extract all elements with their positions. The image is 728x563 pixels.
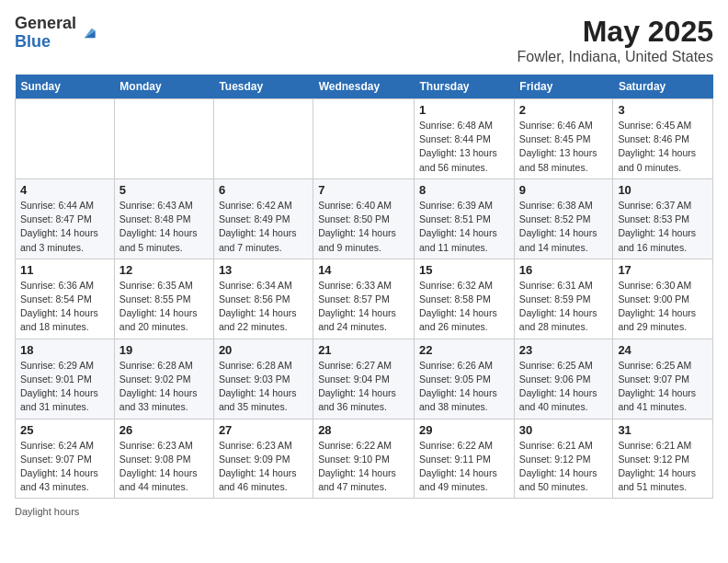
calendar-cell: 15Sunrise: 6:32 AMSunset: 8:58 PMDayligh… bbox=[415, 259, 515, 339]
day-number: 13 bbox=[219, 263, 308, 277]
calendar-cell: 24Sunrise: 6:25 AMSunset: 9:07 PMDayligh… bbox=[613, 339, 713, 419]
day-info: Sunrise: 6:22 AMSunset: 9:10 PMDaylight:… bbox=[318, 439, 409, 495]
day-info: Sunrise: 6:22 AMSunset: 9:11 PMDaylight:… bbox=[419, 439, 509, 495]
day-info: Sunrise: 6:31 AMSunset: 8:59 PMDaylight:… bbox=[519, 279, 609, 335]
day-number: 8 bbox=[419, 183, 509, 197]
calendar-cell: 11Sunrise: 6:36 AMSunset: 8:54 PMDayligh… bbox=[16, 259, 115, 339]
day-info: Sunrise: 6:48 AMSunset: 8:44 PMDaylight:… bbox=[419, 119, 509, 175]
day-info: Sunrise: 6:39 AMSunset: 8:51 PMDaylight:… bbox=[419, 199, 509, 255]
day-info: Sunrise: 6:46 AMSunset: 8:45 PMDaylight:… bbox=[519, 119, 609, 175]
calendar-cell: 21Sunrise: 6:27 AMSunset: 9:04 PMDayligh… bbox=[313, 339, 415, 419]
day-info: Sunrise: 6:27 AMSunset: 9:04 PMDaylight:… bbox=[318, 359, 409, 415]
calendar-cell: 4Sunrise: 6:44 AMSunset: 8:47 PMDaylight… bbox=[16, 178, 115, 259]
calendar-cell: 14Sunrise: 6:33 AMSunset: 8:57 PMDayligh… bbox=[313, 259, 415, 339]
day-number: 16 bbox=[519, 263, 609, 277]
calendar-cell bbox=[313, 99, 415, 179]
day-info: Sunrise: 6:35 AMSunset: 8:55 PMDaylight:… bbox=[119, 279, 209, 335]
day-number: 19 bbox=[119, 343, 209, 357]
day-info: Sunrise: 6:37 AMSunset: 8:53 PMDaylight:… bbox=[618, 199, 708, 255]
calendar-cell: 9Sunrise: 6:38 AMSunset: 8:52 PMDaylight… bbox=[514, 178, 613, 259]
day-number: 22 bbox=[419, 343, 509, 357]
calendar-cell: 1Sunrise: 6:48 AMSunset: 8:44 PMDaylight… bbox=[415, 99, 515, 179]
calendar-cell: 26Sunrise: 6:23 AMSunset: 9:08 PMDayligh… bbox=[114, 419, 213, 499]
calendar-week-1: 1Sunrise: 6:48 AMSunset: 8:44 PMDaylight… bbox=[16, 99, 713, 179]
calendar-cell bbox=[114, 99, 213, 179]
day-number: 3 bbox=[618, 103, 708, 117]
calendar-week-4: 18Sunrise: 6:29 AMSunset: 9:01 PMDayligh… bbox=[16, 339, 713, 419]
logo: General Blue bbox=[15, 15, 97, 52]
calendar-cell: 19Sunrise: 6:28 AMSunset: 9:02 PMDayligh… bbox=[114, 339, 213, 419]
day-info: Sunrise: 6:36 AMSunset: 8:54 PMDaylight:… bbox=[20, 279, 109, 335]
day-number: 9 bbox=[519, 183, 609, 197]
logo-line2: Blue bbox=[15, 33, 76, 52]
day-info: Sunrise: 6:24 AMSunset: 9:07 PMDaylight:… bbox=[20, 439, 109, 495]
day-header-tuesday: Tuesday bbox=[213, 75, 313, 99]
day-info: Sunrise: 6:44 AMSunset: 8:47 PMDaylight:… bbox=[20, 199, 109, 255]
calendar-cell: 18Sunrise: 6:29 AMSunset: 9:01 PMDayligh… bbox=[16, 339, 115, 419]
day-header-sunday: Sunday bbox=[16, 75, 115, 99]
calendar-cell: 13Sunrise: 6:34 AMSunset: 8:56 PMDayligh… bbox=[213, 259, 313, 339]
day-number: 4 bbox=[20, 183, 109, 197]
day-info: Sunrise: 6:28 AMSunset: 9:02 PMDaylight:… bbox=[119, 359, 209, 415]
day-number: 21 bbox=[318, 343, 409, 357]
calendar-cell: 10Sunrise: 6:37 AMSunset: 8:53 PMDayligh… bbox=[613, 178, 713, 259]
day-number: 10 bbox=[618, 183, 708, 197]
day-info: Sunrise: 6:34 AMSunset: 8:56 PMDaylight:… bbox=[219, 279, 308, 335]
calendar-cell: 22Sunrise: 6:26 AMSunset: 9:05 PMDayligh… bbox=[415, 339, 515, 419]
calendar-cell: 16Sunrise: 6:31 AMSunset: 8:59 PMDayligh… bbox=[514, 259, 613, 339]
day-header-monday: Monday bbox=[114, 75, 213, 99]
calendar-cell: 17Sunrise: 6:30 AMSunset: 9:00 PMDayligh… bbox=[613, 259, 713, 339]
logo-icon bbox=[78, 24, 97, 42]
day-header-friday: Friday bbox=[514, 75, 613, 99]
footer-note: Daylight hours bbox=[15, 506, 713, 517]
day-number: 14 bbox=[318, 263, 409, 277]
day-number: 11 bbox=[20, 263, 109, 277]
day-info: Sunrise: 6:33 AMSunset: 8:57 PMDaylight:… bbox=[318, 279, 409, 335]
day-info: Sunrise: 6:26 AMSunset: 9:05 PMDaylight:… bbox=[419, 359, 509, 415]
calendar-cell: 8Sunrise: 6:39 AMSunset: 8:51 PMDaylight… bbox=[415, 178, 515, 259]
calendar-cell: 31Sunrise: 6:21 AMSunset: 9:12 PMDayligh… bbox=[613, 419, 713, 499]
day-info: Sunrise: 6:45 AMSunset: 8:46 PMDaylight:… bbox=[618, 119, 708, 175]
calendar-cell bbox=[213, 99, 313, 179]
calendar-cell: 28Sunrise: 6:22 AMSunset: 9:10 PMDayligh… bbox=[313, 419, 415, 499]
day-info: Sunrise: 6:25 AMSunset: 9:07 PMDaylight:… bbox=[618, 359, 708, 415]
day-header-thursday: Thursday bbox=[415, 75, 515, 99]
day-number: 5 bbox=[119, 183, 209, 197]
day-info: Sunrise: 6:23 AMSunset: 9:08 PMDaylight:… bbox=[119, 439, 209, 495]
calendar-cell: 25Sunrise: 6:24 AMSunset: 9:07 PMDayligh… bbox=[16, 419, 115, 499]
calendar-cell: 20Sunrise: 6:28 AMSunset: 9:03 PMDayligh… bbox=[213, 339, 313, 419]
day-info: Sunrise: 6:21 AMSunset: 9:12 PMDaylight:… bbox=[519, 439, 609, 495]
day-number: 30 bbox=[519, 423, 609, 437]
day-info: Sunrise: 6:28 AMSunset: 9:03 PMDaylight:… bbox=[219, 359, 308, 415]
day-number: 20 bbox=[219, 343, 308, 357]
day-info: Sunrise: 6:30 AMSunset: 9:00 PMDaylight:… bbox=[618, 279, 708, 335]
day-info: Sunrise: 6:38 AMSunset: 8:52 PMDaylight:… bbox=[519, 199, 609, 255]
title-block: May 2025 Fowler, Indiana, United States bbox=[518, 15, 713, 65]
calendar-cell: 12Sunrise: 6:35 AMSunset: 8:55 PMDayligh… bbox=[114, 259, 213, 339]
day-number: 1 bbox=[419, 103, 509, 117]
calendar-week-5: 25Sunrise: 6:24 AMSunset: 9:07 PMDayligh… bbox=[16, 419, 713, 499]
day-number: 6 bbox=[219, 183, 308, 197]
day-number: 25 bbox=[20, 423, 109, 437]
calendar-cell: 23Sunrise: 6:25 AMSunset: 9:06 PMDayligh… bbox=[514, 339, 613, 419]
calendar-week-2: 4Sunrise: 6:44 AMSunset: 8:47 PMDaylight… bbox=[16, 178, 713, 259]
logo-line1: General bbox=[15, 15, 76, 33]
day-number: 24 bbox=[618, 343, 708, 357]
calendar-cell: 29Sunrise: 6:22 AMSunset: 9:11 PMDayligh… bbox=[415, 419, 515, 499]
day-info: Sunrise: 6:32 AMSunset: 8:58 PMDaylight:… bbox=[419, 279, 509, 335]
day-number: 15 bbox=[419, 263, 509, 277]
page-header: General Blue May 2025 Fowler, Indiana, U… bbox=[15, 15, 713, 65]
day-info: Sunrise: 6:42 AMSunset: 8:49 PMDaylight:… bbox=[219, 199, 308, 255]
day-number: 27 bbox=[219, 423, 308, 437]
day-info: Sunrise: 6:25 AMSunset: 9:06 PMDaylight:… bbox=[519, 359, 609, 415]
day-number: 12 bbox=[119, 263, 209, 277]
day-header-saturday: Saturday bbox=[613, 75, 713, 99]
day-number: 17 bbox=[618, 263, 708, 277]
day-info: Sunrise: 6:43 AMSunset: 8:48 PMDaylight:… bbox=[119, 199, 209, 255]
day-number: 7 bbox=[318, 183, 409, 197]
calendar-cell: 3Sunrise: 6:45 AMSunset: 8:46 PMDaylight… bbox=[613, 99, 713, 179]
calendar-title: May 2025 bbox=[518, 15, 713, 49]
day-number: 28 bbox=[318, 423, 409, 437]
day-number: 29 bbox=[419, 423, 509, 437]
day-number: 2 bbox=[519, 103, 609, 117]
